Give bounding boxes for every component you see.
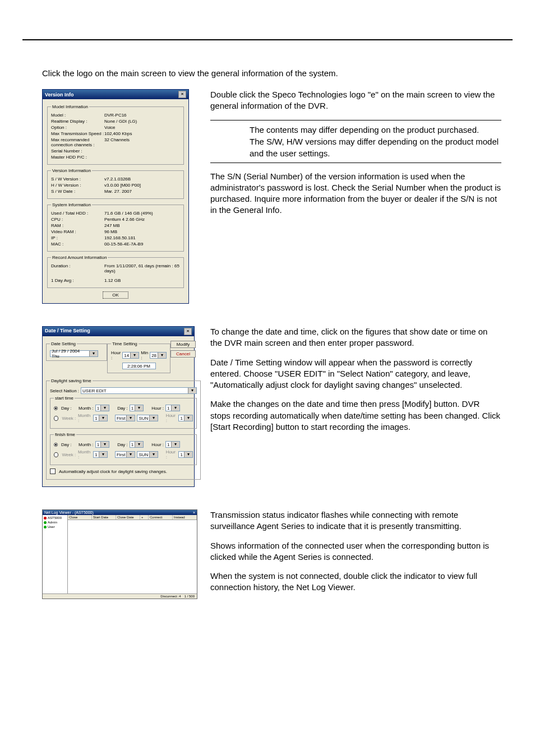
auto-dst-checkbox[interactable] [50, 469, 56, 474]
net-paragraph-3: When the system is not connected, double… [210, 571, 501, 593]
netlog-side-item: AST5000 [44, 516, 66, 520]
dialog-title: Version Info [45, 92, 74, 98]
start-month-select[interactable]: 1▾ [95, 405, 109, 411]
version-info-dialog: Version Info × Model Information Model :… [42, 89, 189, 304]
finish-hour-select[interactable]: 1▾ [165, 441, 179, 448]
finish-week-dow: SUN▾ [137, 451, 158, 458]
version-paragraph-1: Double click the Speco Technologies logo… [210, 89, 501, 112]
net-paragraph-1: Transmission status indicator flashes wh… [210, 509, 501, 532]
netlog-statusbar: Disconnect :4 1 / 500 [43, 593, 197, 599]
clock-display: 2:28:06 PM [122, 363, 156, 369]
start-week-month: 1▾ [93, 415, 107, 421]
time-legend: Time Setting [111, 341, 139, 346]
date-legend: Date Setting [50, 341, 77, 346]
model-info-group: Model Information Model :DVR-PC16 Realti… [47, 104, 184, 165]
chevron-down-icon: ▾ [130, 353, 139, 358]
hour-select[interactable]: 14▾ [122, 352, 139, 359]
chevron-down-icon: ▾ [188, 388, 196, 393]
select-nation[interactable]: USER EDIT▾ [81, 387, 197, 394]
dst-legend: Daylight saving time [50, 378, 93, 383]
intro-text: Click the logo on the main screen to vie… [42, 68, 501, 78]
record-info-group: Record Amount Information Duration :From… [47, 255, 184, 288]
close-icon[interactable]: × [178, 91, 186, 98]
start-time-group: start time Day : Month : 1▾ Day : 1▾ H [50, 396, 197, 429]
record-legend: Record Amount Information [51, 255, 108, 260]
page-header-rule [22, 0, 513, 40]
status-paging: 1 / 500 [185, 595, 195, 598]
net-paragraph-2: Shows information of the connected user … [210, 540, 501, 563]
finish-week-radio[interactable] [54, 452, 58, 457]
netlog-table-header: Close Start Date Close Date + Connect In… [68, 515, 197, 520]
chevron-down-icon: ▾ [158, 353, 166, 358]
close-icon[interactable]: × [193, 511, 195, 514]
datetime-dialog: Date / Time Setting × Date Setting Jul /… [42, 326, 195, 487]
start-hour-select[interactable]: 1▾ [165, 405, 179, 411]
start-day-radio[interactable] [54, 406, 58, 410]
finish-day-select[interactable]: 1▾ [130, 441, 144, 448]
note-block: The contents may differ depending on the… [210, 120, 501, 163]
system-info-group: System Information Used / Total HDD :71.… [47, 202, 184, 252]
version-legend: Version Information [51, 168, 92, 173]
finish-time-group: finish time Day : Month : 1▾ Day : 1▾ [50, 432, 197, 465]
finish-day-radio[interactable] [54, 443, 58, 447]
dst-group: Daylight saving time Select Nation : USE… [46, 378, 201, 480]
status-dot-icon [44, 517, 47, 520]
dialog-titlebar: Version Info × [43, 90, 188, 99]
auto-dst-label: Automatically adjust clock for daylight … [59, 469, 167, 474]
status-dot-icon [44, 526, 47, 528]
system-legend: System Information [51, 202, 92, 207]
version-info-group: Version Information S / W Version :v7.2.… [47, 168, 184, 199]
dt-paragraph-2: Date / Time Setting window will appear w… [210, 357, 501, 391]
note-line-1: The contents may differ depending on the… [250, 124, 501, 136]
start-week-ord: First▾ [115, 415, 136, 421]
chevron-down-icon[interactable]: ▾ [89, 351, 98, 356]
ok-button[interactable]: OK [103, 291, 128, 299]
cancel-button[interactable]: Cancel [170, 350, 196, 358]
netlog-dialog: Net Log Viewer - (AST5000) × AST5000 Adm… [42, 509, 197, 599]
date-setting-group: Date Setting Jul / 29 / 2004 Thu▾ [46, 341, 107, 361]
netlog-side-item: User [44, 525, 66, 528]
dt-paragraph-3: Make the changes on the date and time th… [210, 398, 501, 433]
start-week-radio[interactable] [54, 416, 58, 421]
status-disconnect: Disconnect :4 [160, 595, 181, 598]
minute-select[interactable]: 28▾ [150, 352, 167, 359]
status-dot-icon [44, 521, 47, 524]
start-week-hour: 1▾ [178, 415, 192, 421]
start-week-dow: SUN▾ [137, 415, 158, 421]
note-line-2: The S/W, H/W versions may differ dependi… [250, 136, 501, 159]
netlog-side-item: Admin [44, 521, 66, 524]
finish-week-ord: First▾ [115, 451, 136, 458]
netlog-table: Close Start Date Close Date + Connect In… [68, 515, 197, 593]
modify-button[interactable]: Modify [170, 341, 196, 348]
netlog-sidebar: AST5000 Admin User [43, 515, 68, 593]
finish-week-hour: 1▾ [178, 451, 192, 458]
finish-month-select[interactable]: 1▾ [95, 441, 109, 448]
netlog-title: Net Log Viewer - (AST5000) [44, 511, 94, 514]
model-legend: Model Information [51, 104, 89, 109]
close-icon[interactable]: × [184, 328, 192, 335]
dt-paragraph-1: To change the date and time, click on th… [210, 326, 501, 349]
datetime-title: Date / Time Setting [45, 328, 90, 335]
time-setting-group: Time Setting Hour : 14▾ Min : 28▾ 2:28:0… [107, 341, 170, 373]
start-day-select[interactable]: 1▾ [130, 405, 144, 411]
version-paragraph-2: The S/N (Serial Number) of the version i… [210, 171, 501, 216]
date-field[interactable]: Jul / 29 / 2004 Thu▾ [50, 350, 98, 357]
finish-week-month: 1▾ [93, 451, 107, 458]
